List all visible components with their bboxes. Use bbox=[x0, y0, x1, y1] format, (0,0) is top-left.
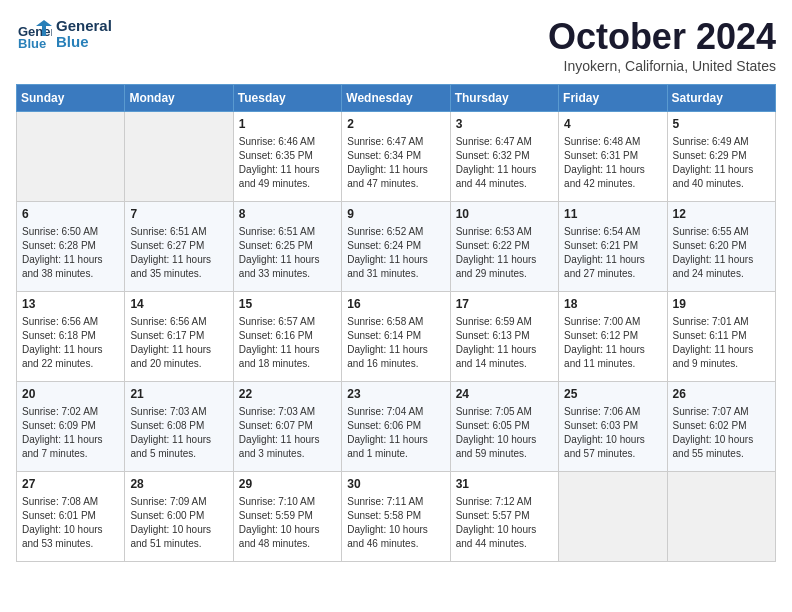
day-number: 24 bbox=[456, 386, 553, 403]
day-number: 9 bbox=[347, 206, 444, 223]
day-info: Sunrise: 6:47 AM Sunset: 6:34 PM Dayligh… bbox=[347, 135, 444, 191]
calendar-cell: 26Sunrise: 7:07 AM Sunset: 6:02 PM Dayli… bbox=[667, 382, 775, 472]
svg-text:Blue: Blue bbox=[18, 36, 46, 51]
logo: General Blue General Blue bbox=[16, 16, 112, 52]
day-number: 30 bbox=[347, 476, 444, 493]
day-number: 20 bbox=[22, 386, 119, 403]
day-number: 16 bbox=[347, 296, 444, 313]
weekday-header: Saturday bbox=[667, 85, 775, 112]
day-info: Sunrise: 6:56 AM Sunset: 6:17 PM Dayligh… bbox=[130, 315, 227, 371]
calendar-cell: 4Sunrise: 6:48 AM Sunset: 6:31 PM Daylig… bbox=[559, 112, 667, 202]
calendar-cell: 2Sunrise: 6:47 AM Sunset: 6:34 PM Daylig… bbox=[342, 112, 450, 202]
logo-line1: General bbox=[56, 18, 112, 35]
day-info: Sunrise: 7:03 AM Sunset: 6:08 PM Dayligh… bbox=[130, 405, 227, 461]
calendar-cell: 12Sunrise: 6:55 AM Sunset: 6:20 PM Dayli… bbox=[667, 202, 775, 292]
day-number: 27 bbox=[22, 476, 119, 493]
day-number: 25 bbox=[564, 386, 661, 403]
calendar-cell: 13Sunrise: 6:56 AM Sunset: 6:18 PM Dayli… bbox=[17, 292, 125, 382]
weekday-header: Monday bbox=[125, 85, 233, 112]
day-number: 4 bbox=[564, 116, 661, 133]
calendar-cell bbox=[559, 472, 667, 562]
day-info: Sunrise: 6:51 AM Sunset: 6:27 PM Dayligh… bbox=[130, 225, 227, 281]
calendar-cell: 5Sunrise: 6:49 AM Sunset: 6:29 PM Daylig… bbox=[667, 112, 775, 202]
day-info: Sunrise: 6:46 AM Sunset: 6:35 PM Dayligh… bbox=[239, 135, 336, 191]
day-info: Sunrise: 7:12 AM Sunset: 5:57 PM Dayligh… bbox=[456, 495, 553, 551]
day-info: Sunrise: 6:47 AM Sunset: 6:32 PM Dayligh… bbox=[456, 135, 553, 191]
day-info: Sunrise: 6:59 AM Sunset: 6:13 PM Dayligh… bbox=[456, 315, 553, 371]
calendar-cell: 29Sunrise: 7:10 AM Sunset: 5:59 PM Dayli… bbox=[233, 472, 341, 562]
day-number: 3 bbox=[456, 116, 553, 133]
day-info: Sunrise: 6:48 AM Sunset: 6:31 PM Dayligh… bbox=[564, 135, 661, 191]
calendar-cell: 21Sunrise: 7:03 AM Sunset: 6:08 PM Dayli… bbox=[125, 382, 233, 472]
day-info: Sunrise: 6:52 AM Sunset: 6:24 PM Dayligh… bbox=[347, 225, 444, 281]
calendar-cell: 31Sunrise: 7:12 AM Sunset: 5:57 PM Dayli… bbox=[450, 472, 558, 562]
calendar-cell: 25Sunrise: 7:06 AM Sunset: 6:03 PM Dayli… bbox=[559, 382, 667, 472]
day-info: Sunrise: 7:06 AM Sunset: 6:03 PM Dayligh… bbox=[564, 405, 661, 461]
calendar-cell: 9Sunrise: 6:52 AM Sunset: 6:24 PM Daylig… bbox=[342, 202, 450, 292]
month-title: October 2024 bbox=[548, 16, 776, 58]
day-number: 5 bbox=[673, 116, 770, 133]
calendar-cell: 22Sunrise: 7:03 AM Sunset: 6:07 PM Dayli… bbox=[233, 382, 341, 472]
calendar-cell: 10Sunrise: 6:53 AM Sunset: 6:22 PM Dayli… bbox=[450, 202, 558, 292]
day-info: Sunrise: 7:08 AM Sunset: 6:01 PM Dayligh… bbox=[22, 495, 119, 551]
day-number: 12 bbox=[673, 206, 770, 223]
calendar-cell: 14Sunrise: 6:56 AM Sunset: 6:17 PM Dayli… bbox=[125, 292, 233, 382]
day-number: 10 bbox=[456, 206, 553, 223]
calendar-table: SundayMondayTuesdayWednesdayThursdayFrid… bbox=[16, 84, 776, 562]
day-number: 1 bbox=[239, 116, 336, 133]
calendar-cell: 24Sunrise: 7:05 AM Sunset: 6:05 PM Dayli… bbox=[450, 382, 558, 472]
day-number: 7 bbox=[130, 206, 227, 223]
calendar-cell bbox=[17, 112, 125, 202]
calendar-cell bbox=[125, 112, 233, 202]
day-info: Sunrise: 6:53 AM Sunset: 6:22 PM Dayligh… bbox=[456, 225, 553, 281]
day-info: Sunrise: 7:11 AM Sunset: 5:58 PM Dayligh… bbox=[347, 495, 444, 551]
calendar-cell bbox=[667, 472, 775, 562]
calendar-cell: 28Sunrise: 7:09 AM Sunset: 6:00 PM Dayli… bbox=[125, 472, 233, 562]
weekday-header: Wednesday bbox=[342, 85, 450, 112]
day-info: Sunrise: 7:05 AM Sunset: 6:05 PM Dayligh… bbox=[456, 405, 553, 461]
calendar-cell: 7Sunrise: 6:51 AM Sunset: 6:27 PM Daylig… bbox=[125, 202, 233, 292]
day-info: Sunrise: 6:50 AM Sunset: 6:28 PM Dayligh… bbox=[22, 225, 119, 281]
day-number: 11 bbox=[564, 206, 661, 223]
day-number: 23 bbox=[347, 386, 444, 403]
calendar-cell: 19Sunrise: 7:01 AM Sunset: 6:11 PM Dayli… bbox=[667, 292, 775, 382]
day-number: 8 bbox=[239, 206, 336, 223]
calendar-cell: 17Sunrise: 6:59 AM Sunset: 6:13 PM Dayli… bbox=[450, 292, 558, 382]
calendar-cell: 27Sunrise: 7:08 AM Sunset: 6:01 PM Dayli… bbox=[17, 472, 125, 562]
day-info: Sunrise: 6:51 AM Sunset: 6:25 PM Dayligh… bbox=[239, 225, 336, 281]
calendar-cell: 8Sunrise: 6:51 AM Sunset: 6:25 PM Daylig… bbox=[233, 202, 341, 292]
day-number: 21 bbox=[130, 386, 227, 403]
weekday-header: Sunday bbox=[17, 85, 125, 112]
calendar-cell: 15Sunrise: 6:57 AM Sunset: 6:16 PM Dayli… bbox=[233, 292, 341, 382]
calendar-cell: 16Sunrise: 6:58 AM Sunset: 6:14 PM Dayli… bbox=[342, 292, 450, 382]
day-number: 6 bbox=[22, 206, 119, 223]
day-number: 15 bbox=[239, 296, 336, 313]
day-info: Sunrise: 7:01 AM Sunset: 6:11 PM Dayligh… bbox=[673, 315, 770, 371]
day-info: Sunrise: 6:57 AM Sunset: 6:16 PM Dayligh… bbox=[239, 315, 336, 371]
day-info: Sunrise: 7:07 AM Sunset: 6:02 PM Dayligh… bbox=[673, 405, 770, 461]
day-number: 17 bbox=[456, 296, 553, 313]
calendar-cell: 3Sunrise: 6:47 AM Sunset: 6:32 PM Daylig… bbox=[450, 112, 558, 202]
day-number: 26 bbox=[673, 386, 770, 403]
calendar-cell: 30Sunrise: 7:11 AM Sunset: 5:58 PM Dayli… bbox=[342, 472, 450, 562]
day-info: Sunrise: 6:56 AM Sunset: 6:18 PM Dayligh… bbox=[22, 315, 119, 371]
calendar-cell: 6Sunrise: 6:50 AM Sunset: 6:28 PM Daylig… bbox=[17, 202, 125, 292]
day-info: Sunrise: 7:03 AM Sunset: 6:07 PM Dayligh… bbox=[239, 405, 336, 461]
day-number: 2 bbox=[347, 116, 444, 133]
day-number: 18 bbox=[564, 296, 661, 313]
day-number: 31 bbox=[456, 476, 553, 493]
day-info: Sunrise: 7:10 AM Sunset: 5:59 PM Dayligh… bbox=[239, 495, 336, 551]
calendar-cell: 11Sunrise: 6:54 AM Sunset: 6:21 PM Dayli… bbox=[559, 202, 667, 292]
day-number: 28 bbox=[130, 476, 227, 493]
calendar-cell: 18Sunrise: 7:00 AM Sunset: 6:12 PM Dayli… bbox=[559, 292, 667, 382]
day-info: Sunrise: 6:55 AM Sunset: 6:20 PM Dayligh… bbox=[673, 225, 770, 281]
weekday-header: Friday bbox=[559, 85, 667, 112]
day-number: 13 bbox=[22, 296, 119, 313]
calendar-cell: 23Sunrise: 7:04 AM Sunset: 6:06 PM Dayli… bbox=[342, 382, 450, 472]
day-info: Sunrise: 6:58 AM Sunset: 6:14 PM Dayligh… bbox=[347, 315, 444, 371]
day-number: 19 bbox=[673, 296, 770, 313]
day-info: Sunrise: 7:09 AM Sunset: 6:00 PM Dayligh… bbox=[130, 495, 227, 551]
title-block: October 2024 Inyokern, California, Unite… bbox=[548, 16, 776, 74]
day-info: Sunrise: 7:00 AM Sunset: 6:12 PM Dayligh… bbox=[564, 315, 661, 371]
calendar-cell: 1Sunrise: 6:46 AM Sunset: 6:35 PM Daylig… bbox=[233, 112, 341, 202]
